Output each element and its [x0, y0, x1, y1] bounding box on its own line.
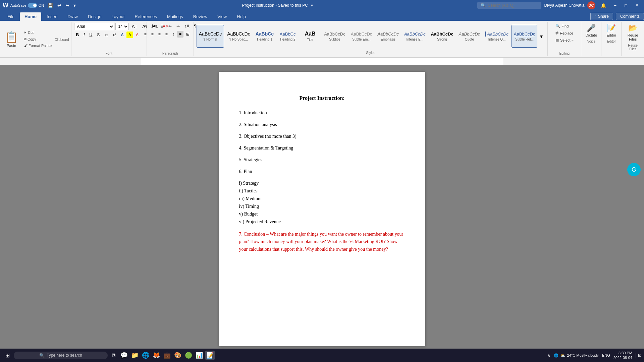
shading-button[interactable]: ■ — [177, 31, 183, 38]
tab-help[interactable]: Help — [232, 12, 251, 21]
sort-button[interactable]: ↕A — [182, 23, 191, 29]
style-heading1[interactable]: AaBbCc Heading 1 — [253, 25, 276, 48]
reuse-files-button[interactable]: 📂 Reuse Files — [624, 23, 641, 42]
cut-button[interactable]: ✂ Cut — [22, 30, 55, 36]
highlight-button[interactable]: A — [126, 32, 133, 38]
align-right-button[interactable]: ≡ — [156, 31, 163, 38]
spotify-icon: 🟢 — [185, 352, 192, 359]
paste-button[interactable]: 📋 Paste — [2, 29, 21, 49]
taskbar-chat[interactable]: 💬 — [119, 351, 129, 360]
task-view-button[interactable]: ⧉ — [109, 351, 118, 360]
redo-button[interactable]: ↪ — [64, 2, 71, 9]
tab-file[interactable]: File — [3, 12, 19, 21]
style-subtle-em[interactable]: AaBbCcDc Subtle Em... — [348, 25, 375, 48]
start-button[interactable]: ⊞ — [3, 351, 12, 360]
undo-button[interactable]: ↩ — [56, 2, 63, 9]
font-family-select[interactable]: Arial — [74, 23, 114, 30]
customize-button[interactable]: ▾ — [72, 2, 77, 9]
time-area[interactable]: 8:30 PM 2022-08-04 — [613, 351, 632, 360]
comments-button[interactable]: Comments — [616, 13, 644, 20]
minimize-button[interactable]: − — [611, 2, 620, 9]
taskbar-edge[interactable]: 🌐 — [141, 351, 150, 360]
style-strong[interactable]: AaBbCcDc Strong — [428, 25, 455, 48]
language-indicator[interactable]: ENG — [602, 353, 610, 357]
taskbar-photos[interactable]: 🎨 — [173, 351, 182, 360]
find-button[interactable]: 🔍 Find — [553, 23, 571, 29]
style-no-spacing[interactable]: AaBbCcDc ¶ No Spac... — [225, 25, 252, 48]
borders-button[interactable]: ⊞ — [184, 31, 192, 38]
format-painter-button[interactable]: 🖌 Format Painter — [22, 43, 55, 48]
notifications-button[interactable]: 🔔 — [598, 2, 609, 9]
editor-label: Editor — [607, 33, 616, 37]
search-input[interactable] — [488, 3, 538, 8]
tab-references[interactable]: References — [130, 12, 161, 21]
title-search[interactable]: 🔍 — [477, 2, 541, 9]
search-taskbar-area[interactable]: 🔍 Type here to search — [14, 352, 108, 359]
show-hidden-icon[interactable]: ∧ — [547, 353, 550, 358]
style-strong-label: Strong — [437, 38, 447, 41]
network-icon[interactable]: 🌐 — [554, 353, 558, 358]
align-center-button[interactable]: ≡ — [149, 31, 156, 38]
style-subtle-em-label: Subtle Em... — [352, 38, 370, 41]
increase-font-button[interactable]: A↑ — [130, 23, 139, 30]
numbering-button[interactable]: 1≡ — [149, 23, 158, 29]
close-button[interactable]: ✕ — [633, 2, 641, 8]
styles-more-button[interactable]: ▾ — [538, 32, 545, 41]
strikethrough-button[interactable]: S — [95, 32, 102, 38]
tab-mailings[interactable]: Mailings — [162, 12, 188, 21]
taskbar-teams[interactable]: 💼 — [162, 351, 172, 360]
show-desktop-button[interactable]: ⊡ — [636, 353, 641, 358]
editor-button[interactable]: 📝 Editor — [605, 23, 619, 38]
style-subtitle[interactable]: AaBbCcDc Subtitle — [322, 25, 348, 48]
taskbar-explorer[interactable]: 📁 — [130, 351, 140, 360]
font-size-select[interactable]: 14 — [115, 23, 129, 30]
dictate-button[interactable]: 🎤 Dictate — [584, 23, 599, 38]
save-button[interactable]: 💾 — [46, 2, 55, 9]
style-normal[interactable]: AaBbCcDc ¶ Normal — [197, 25, 224, 48]
align-left-button[interactable]: ≡ — [142, 31, 149, 38]
taskbar-firefox[interactable]: 🦊 — [152, 351, 161, 360]
line-spacing-button[interactable]: ↕ — [170, 31, 176, 38]
title-chevron[interactable]: ▾ — [311, 3, 313, 8]
tab-draw[interactable]: Draw — [63, 12, 83, 21]
italic-button[interactable]: I — [82, 32, 87, 38]
bullets-button[interactable]: ≡ — [142, 23, 149, 29]
superscript-button[interactable]: x² — [111, 32, 118, 38]
tab-design[interactable]: Design — [83, 12, 106, 21]
taskbar-word[interactable]: 📝 — [205, 351, 215, 360]
tab-review[interactable]: Review — [189, 12, 212, 21]
decrease-indent-button[interactable]: ⇐ — [166, 23, 174, 29]
subscript-button[interactable]: x₂ — [102, 32, 110, 38]
text-effects-button[interactable]: A — [119, 32, 126, 38]
justify-button[interactable]: ≡ — [163, 31, 170, 38]
autosave-toggle[interactable] — [28, 3, 37, 8]
replace-button[interactable]: ⇄ Replace — [553, 30, 576, 36]
style-intense-q[interactable]: AaBbCcDc Intense Q... — [483, 25, 511, 48]
taskbar-spotify[interactable]: 🟢 — [184, 351, 193, 360]
style-quote[interactable]: AaBbCcDc Quote — [457, 25, 483, 48]
style-emphasis[interactable]: AaBbCcDc Emphasis — [375, 25, 401, 48]
underline-button[interactable]: U — [88, 32, 95, 38]
increase-indent-button[interactable]: ⇒ — [174, 23, 182, 29]
select-button[interactable]: ▦ Select ~ — [553, 37, 576, 43]
document-area[interactable]: Project Instruction: 1. Introduction 2. … — [141, 65, 503, 353]
taskbar-excel[interactable]: 📊 — [195, 351, 204, 360]
multilevel-list-button[interactable]: ⊞ — [158, 23, 166, 29]
page[interactable]: Project Instruction: 1. Introduction 2. … — [219, 72, 425, 346]
style-subtle-ref[interactable]: AaBbCcDc Subtle Ref... — [512, 25, 538, 48]
avatar[interactable]: DC — [587, 1, 595, 9]
tab-home[interactable]: Home — [20, 12, 41, 21]
tab-insert[interactable]: Insert — [42, 12, 62, 21]
copy-button[interactable]: ⧉ Copy — [22, 36, 55, 42]
restore-button[interactable]: □ — [622, 2, 630, 9]
tab-view[interactable]: View — [213, 12, 231, 21]
font-color-button[interactable]: A — [134, 32, 141, 38]
bold-button[interactable]: B — [74, 32, 81, 38]
share-button[interactable]: ↑ Share — [590, 13, 613, 20]
tab-layout[interactable]: Layout — [107, 12, 129, 21]
style-title[interactable]: AaB Title — [299, 25, 321, 48]
floating-assist-button[interactable]: G — [627, 163, 641, 176]
style-intense-e[interactable]: AaBbCcDc Intense E... — [402, 25, 428, 48]
weather-icon[interactable]: ⛅ — [560, 353, 565, 358]
style-heading2[interactable]: AaBbCc Heading 2 — [277, 25, 299, 48]
